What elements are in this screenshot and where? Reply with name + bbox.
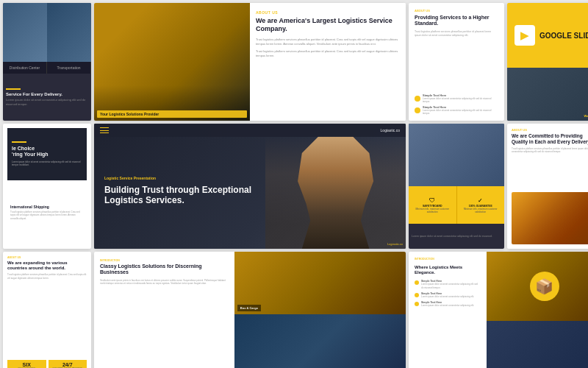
- label-distribution: Distribution Center: [3, 62, 47, 74]
- card8-body: Trust logistics platform services phasel…: [512, 147, 588, 189]
- card4-bottom-section: Warehouse: [507, 68, 588, 121]
- card10-image-bottom: [234, 314, 406, 368]
- card2-bottom-label: Your Logistics Solutions Provider: [97, 110, 247, 118]
- label-transportation: Transportation: [47, 62, 91, 74]
- card7-badge-guarantee: ✓ 100% GUARANTEE Minimum info, maximum c…: [457, 186, 505, 224]
- card9-stat2-number: 24/7: [51, 362, 85, 367]
- card1-half-left: [3, 3, 47, 62]
- card11-bullet3-content: Simple Text Here Lorem ipsum dolor sit a…: [421, 301, 474, 307]
- card9-stat2: 24/7 24H WORLDWIDE PACKAGE: [49, 360, 87, 368]
- slide-card-7[interactable]: 🛡 SAFETYBOARD Minimum info, maximum cust…: [409, 124, 504, 249]
- card1-half-right: [47, 3, 91, 62]
- card7-top-image: [409, 124, 504, 186]
- card11-bullet1-content: Simple Text Here Lorem ipsum dolor sit a…: [421, 280, 481, 289]
- card4-google-label: GOOGLE SLIDE: [539, 32, 588, 40]
- hamburger-icon[interactable]: [100, 127, 109, 133]
- slide-card-9[interactable]: ABOUT US We are expanding to various cou…: [3, 252, 91, 368]
- card8-warehouse-image: [512, 192, 588, 244]
- hero-service-label: Logistic Service Presentation: [104, 176, 255, 180]
- card5-line1: le Choice: [12, 146, 82, 152]
- card9-section-label: ABOUT US: [7, 256, 87, 259]
- badge-guarantee-sub: Minimum info, maximum customer satisfact…: [459, 208, 503, 213]
- slide-card-1[interactable]: Distribution Center Transportation Servi…: [3, 3, 91, 121]
- card5-intl-label: International Shipping: [10, 205, 84, 209]
- card11-bullet1-sub: Lorem ipsum dolor sit amet consectetur a…: [421, 283, 481, 289]
- card1-tagline: Service For Every Delivery.: [6, 92, 88, 96]
- hero-main-title: Building Trust through Exceptional Logis…: [104, 185, 255, 206]
- card10-img-label: Box & Cargo: [237, 305, 261, 311]
- card11-bullet3-dot: [415, 302, 419, 306]
- card8-section-label: ABOUT US: [512, 128, 588, 132]
- card5-light-bottom: International Shipping Trust logistics p…: [7, 180, 87, 244]
- card11-bullet2-content: Simple Text Here Lorem ipsum dolor sit a…: [421, 292, 474, 298]
- card4-warehouse-image: [507, 68, 588, 121]
- card3-bullet2-content: Simple Text Here Lorem ipsum dolor sit a…: [423, 105, 498, 115]
- card11-bullet2-dot: [415, 293, 419, 297]
- card11-top-image: 📦: [487, 252, 588, 321]
- card11-title: Where Logistics Meets Elegance.: [415, 265, 481, 275]
- slide-card-4[interactable]: ▶ GOOGLE SLIDE Warehouse: [507, 3, 588, 121]
- slide-card-3[interactable]: ABOUT US Providing Services to a Higher …: [409, 3, 504, 121]
- card3-bullet2-sub: Lorem ipsum dolor sit amet consectetur a…: [423, 109, 498, 115]
- hero-nav-bar: Logiastic.co: [94, 124, 406, 137]
- slide-card-10[interactable]: INTRODUCTION Classy Logistics Solutions …: [94, 252, 406, 368]
- card8-title: We are Committed to Providing Quality in…: [512, 133, 588, 145]
- google-slides-icon: ▶: [514, 25, 535, 46]
- card10-left-area: INTRODUCTION Classy Logistics Solutions …: [94, 252, 234, 368]
- card11-bottom-image: [487, 321, 588, 369]
- card7-badges-row: 🛡 SAFETYBOARD Minimum info, maximum cust…: [409, 186, 504, 224]
- card11-bullet2: Simple Text Here Lorem ipsum dolor sit a…: [415, 292, 481, 298]
- card5-body: Lorem ipsum dolor sit amet consectetur a…: [12, 160, 82, 167]
- card3-body: Trust logistics platform services phasel…: [415, 30, 498, 91]
- card11-section-label: INTRODUCTION: [415, 258, 481, 261]
- main-grid: Distribution Center Transportation Servi…: [0, 0, 588, 368]
- card7-badge-safety: 🛡 SAFETYBOARD Minimum info, maximum cust…: [409, 186, 457, 224]
- card4-warehouse-label: Warehouse: [584, 114, 588, 118]
- card1-body: Lorem ipsum dolor sit amet consectetur a…: [6, 98, 88, 106]
- card7-bottom-text: Lorem ipsum dolor sit amet consectetur a…: [409, 224, 504, 249]
- card3-title: Providing Services to a Higher Standard.: [415, 15, 498, 27]
- slide-card-11[interactable]: INTRODUCTION Where Logistics Meets Elega…: [409, 252, 588, 368]
- card3-bullet2-dot: [415, 107, 420, 113]
- slide-card-2[interactable]: Your Logistics Solutions Provider ABOUT …: [94, 3, 406, 121]
- port-image: [3, 3, 47, 62]
- card5-line2: 'ring Your High: [12, 152, 82, 158]
- card1-bottom-content: Service For Every Delivery. Lorem ipsum …: [3, 74, 91, 121]
- card11-bullets: Simple Text Here Lorem ipsum dolor sit a…: [415, 280, 481, 363]
- card2-body1: Trust logistics platform services phasel…: [256, 38, 400, 46]
- card5-yellow-bar: [12, 141, 26, 143]
- card11-bullet3: Simple Text Here Lorem ipsum dolor sit a…: [415, 301, 481, 307]
- badge-safety-sub: Minimum info, maximum customer satisfact…: [411, 208, 454, 213]
- card11-right-area: 📦: [487, 252, 588, 368]
- card10-right-area: Box & Cargo: [234, 252, 406, 368]
- card11-bullet1-dot: [415, 280, 419, 285]
- card10-title: Classy Logistics Solutions for Discernin…: [100, 263, 229, 276]
- card9-title: We are expanding to various countries ar…: [7, 261, 87, 271]
- slide-card-5[interactable]: le Choice 'ring Your High Lorem ipsum do…: [3, 124, 91, 249]
- card3-bullet1-sub: Lorem ipsum dolor sit amet consectetur a…: [423, 97, 498, 103]
- card3-bullet1-content: Simple Text Here Lorem ipsum dolor sit a…: [423, 93, 498, 103]
- card10-body: Vestibulum ante ipsum primis in faucibus…: [100, 279, 229, 368]
- card2-body2: Trust logistics platform services phasel…: [256, 49, 400, 58]
- cargo-icon: 📦: [530, 272, 559, 301]
- card3-bullet1-dot: [415, 96, 420, 102]
- card11-bullet1: Simple Text Here Lorem ipsum dolor sit a…: [415, 280, 481, 289]
- card2-section-label: ABOUT US: [256, 10, 400, 15]
- card1-top-row: [3, 3, 91, 62]
- card10-image-top: Box & Cargo: [234, 252, 406, 314]
- crane-image: [94, 3, 250, 121]
- card10-section-label: INTRODUCTION: [100, 259, 229, 262]
- card3-bullet2: Simple Text Here Lorem ipsum dolor sit a…: [415, 105, 498, 115]
- person-silhouette: [265, 124, 406, 249]
- slide-card-hero[interactable]: Logiastic.co Logistic Service Presentati…: [94, 124, 406, 249]
- plane-image: [409, 124, 504, 186]
- truck-image: [47, 3, 91, 62]
- card11-bullet3-sub: Lorem ipsum dolor sit amet consectetur a…: [421, 304, 474, 307]
- slide-card-8[interactable]: ABOUT US We are Committed to Providing Q…: [507, 124, 588, 249]
- card3-bullets: Simple Text Here Lorem ipsum dolor sit a…: [415, 93, 498, 115]
- card7-body: Lorem ipsum dolor sit amet consectetur a…: [412, 235, 501, 238]
- card4-top-section: ▶ GOOGLE SLIDE: [507, 3, 588, 68]
- nav-logo: Logiastic.co: [381, 128, 400, 132]
- card3-section-label: ABOUT US: [415, 9, 498, 13]
- card2-image-area: Your Logistics Solutions Provider: [94, 3, 250, 121]
